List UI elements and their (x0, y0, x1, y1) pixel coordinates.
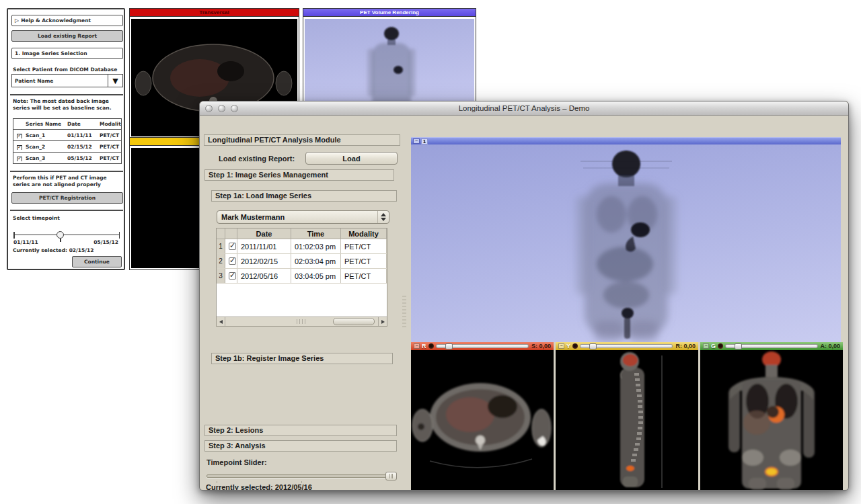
help-acknowledgment-button[interactable]: ▷ Help & Acknowledgment (11, 15, 123, 26)
slice-slider[interactable] (436, 344, 529, 348)
series-table: Date Time Modality 1 ✓ 2011/11/01 01:02:… (216, 228, 387, 327)
slider-knob[interactable] (57, 231, 64, 239)
slice-slider[interactable] (725, 344, 818, 348)
slider-end-tick (119, 232, 120, 239)
patient-popup[interactable]: Mark Mustermann (217, 210, 389, 224)
slice-slider-thumb[interactable] (735, 343, 742, 349)
row-checkbox[interactable]: ✓ (17, 145, 22, 150)
transversal-header: Transversal (130, 9, 299, 17)
slider-knob-tick (60, 239, 61, 242)
series-name: Scan_1 (24, 132, 65, 138)
minimize-view-icon[interactable]: − (414, 343, 420, 349)
visibility-icon[interactable] (572, 343, 578, 349)
series-date: 01/11/11 (65, 132, 98, 138)
step1-header[interactable]: Step 1: Image Series Management (204, 169, 394, 181)
continue-button[interactable]: Continue (72, 256, 122, 267)
divider (10, 171, 123, 172)
app-window: Longitudinal PET/CT Analysis – Demo Long… (199, 101, 849, 491)
disclosure-icon: ▷ (15, 17, 19, 24)
row-checkbox[interactable]: ✓ (229, 257, 236, 265)
minimize-view-icon[interactable]: − (558, 343, 564, 349)
timepoint-slider[interactable] (13, 235, 120, 235)
slice-slider[interactable] (580, 344, 673, 348)
sagittal-fused-graphic (556, 350, 698, 490)
series-modality: PET/CT (98, 155, 121, 161)
check-icon: ✓ (229, 256, 235, 265)
step1a-header[interactable]: Step 1a: Load Image Series (211, 190, 397, 202)
step2-label: Step 2: Lesions (209, 426, 263, 434)
pet-volume-header: PET Volume Rendering (303, 9, 476, 17)
dropdown-arrow-icon[interactable]: ▼ (108, 75, 122, 87)
step2-header[interactable]: Step 2: Lesions (204, 425, 397, 436)
visibility-icon[interactable] (718, 343, 723, 349)
timepoint-slider-thumb[interactable] (385, 472, 397, 480)
series-date: 02/15/12 (65, 144, 98, 150)
minimize-view-icon[interactable]: − (413, 138, 420, 144)
series-row[interactable]: 3 ✓ 2012/05/16 03:04:05 pm PET/CT (217, 269, 387, 284)
sagittal-view-panel[interactable]: − Y R: 0,00 (556, 342, 698, 490)
window-titlebar[interactable]: Longitudinal PET/CT Analysis – Demo (200, 101, 848, 116)
row-date: 2012/02/15 (237, 254, 291, 268)
load-button-label: Load (342, 155, 360, 163)
series-row[interactable]: 1 ✓ 2011/11/01 01:02:03 pm PET/CT (217, 239, 387, 254)
pet-volume-view[interactable]: − 1 (411, 137, 841, 342)
sagittal-fused-image[interactable] (556, 350, 698, 490)
visibility-icon[interactable] (428, 343, 434, 349)
sagittal-slider-bar: − Y R: 0,00 (556, 342, 698, 350)
divider (10, 210, 123, 211)
scroll-thumb[interactable] (333, 318, 375, 325)
table-hscrollbar[interactable] (217, 317, 387, 326)
check-icon: ✓ (17, 132, 22, 138)
channel-label: G (711, 343, 716, 349)
series-date: 05/15/12 (65, 155, 98, 161)
minimize-view-icon[interactable]: − (703, 343, 709, 349)
pet-mip-body-graphic (411, 144, 841, 342)
slice-slider-thumb[interactable] (445, 343, 453, 349)
series-row[interactable]: 2 ✓ 2012/02/15 02:03:04 pm PET/CT (217, 254, 387, 269)
scroll-left-icon (219, 320, 223, 324)
load-existing-report-button[interactable]: Load existing Report (11, 30, 123, 42)
window-title: Longitudinal PET/CT Analysis – Demo (200, 104, 848, 112)
col-modality: Modality (98, 121, 121, 127)
col-time: Time (291, 228, 341, 239)
timepoint-slider[interactable] (207, 474, 396, 478)
patient-name-dropdown[interactable]: Patient Name ▼ (11, 74, 123, 87)
panel-splitter-handle[interactable] (402, 296, 406, 328)
axial-view-panel[interactable]: − R S: 0,00 (411, 342, 554, 490)
pet-volume-render[interactable] (411, 144, 841, 342)
axial-fused-image[interactable] (411, 350, 554, 490)
step3-header[interactable]: Step 3: Analysis (204, 440, 397, 452)
slice-slider-thumb[interactable] (589, 343, 597, 349)
step1b-header[interactable]: Step 1b: Register Image Series (211, 353, 393, 364)
row-checkbox[interactable]: ✓ (17, 157, 22, 161)
scroll-grip (297, 319, 307, 324)
series-name: Scan_2 (24, 144, 65, 150)
baseline-note: Note: The most dated back image series w… (13, 98, 123, 112)
module-header-label: Longitudinal PET/CT Analysis Module (208, 136, 341, 144)
row-checkbox[interactable]: ✓ (229, 272, 236, 280)
scroll-right-button[interactable] (378, 317, 387, 326)
table-row[interactable]: ✓ Scan_3 05/15/12 PET/CT (13, 152, 121, 163)
load-report-label: Load existing Report: (219, 155, 295, 163)
row-index: 1 (217, 239, 225, 253)
select-timepoint-label: Select timepoint (13, 215, 60, 221)
load-button[interactable]: Load (305, 152, 398, 165)
scroll-left-button[interactable] (217, 317, 225, 326)
row-checkbox[interactable]: ✓ (229, 243, 236, 250)
sketch-series-table: Series Name Date Modality ✓ Scan_1 01/11… (13, 118, 122, 164)
scroll-track[interactable] (225, 317, 378, 326)
step1a-label: Step 1a: Load Image Series (215, 192, 311, 200)
coronal-slider-bar: − G A: 0,00 (700, 342, 843, 350)
coronal-fused-image[interactable] (700, 350, 843, 490)
slider-max-label: 05/15/12 (93, 239, 118, 245)
row-time: 01:02:03 pm (291, 239, 341, 253)
table-row[interactable]: ✓ Scan_1 01/11/11 PET/CT (13, 129, 121, 140)
pet-ct-registration-button[interactable]: PET/CT Registration (11, 192, 123, 204)
row-date: 2012/05/16 (237, 269, 291, 283)
table-row[interactable]: ✓ Scan_2 02/15/12 PET/CT (13, 140, 121, 152)
module-header: Longitudinal PET/CT Analysis Module (204, 134, 400, 146)
patient-popup-value: Mark Mustermann (217, 213, 377, 221)
coronal-view-panel[interactable]: − G A: 0,00 (700, 342, 843, 490)
row-checkbox[interactable]: ✓ (17, 134, 22, 138)
slider-end-tick (13, 232, 15, 239)
